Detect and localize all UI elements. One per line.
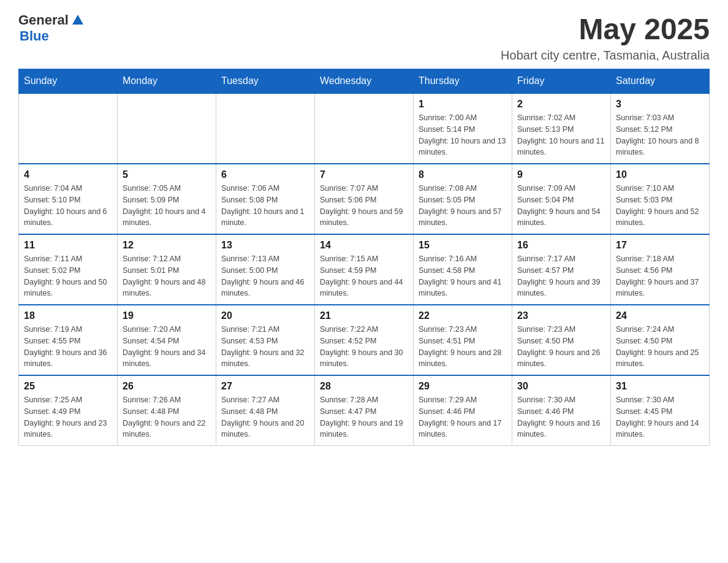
- day-info: Sunrise: 7:04 AMSunset: 5:10 PMDaylight:…: [24, 183, 112, 229]
- day-info: Sunrise: 7:02 AMSunset: 5:13 PMDaylight:…: [517, 112, 605, 158]
- calendar-cell: 26Sunrise: 7:26 AMSunset: 4:48 PMDayligh…: [118, 375, 216, 446]
- day-info: Sunrise: 7:15 AMSunset: 4:59 PMDaylight:…: [320, 253, 408, 299]
- day-info: Sunrise: 7:00 AMSunset: 5:14 PMDaylight:…: [419, 112, 507, 158]
- day-number: 17: [616, 240, 704, 251]
- day-number: 31: [616, 381, 704, 392]
- day-info: Sunrise: 7:22 AMSunset: 4:52 PMDaylight:…: [320, 324, 408, 370]
- day-number: 6: [221, 169, 309, 180]
- day-number: 7: [320, 169, 408, 180]
- day-number: 25: [24, 381, 112, 392]
- day-info: Sunrise: 7:17 AMSunset: 4:57 PMDaylight:…: [517, 253, 605, 299]
- calendar-cell: 15Sunrise: 7:16 AMSunset: 4:58 PMDayligh…: [414, 234, 512, 305]
- page-header: General Blue May 2025 Hobart city centre…: [18, 12, 710, 63]
- day-number: 5: [123, 169, 211, 180]
- calendar-cell: 24Sunrise: 7:24 AMSunset: 4:50 PMDayligh…: [611, 305, 710, 375]
- col-header-tuesday: Tuesday: [216, 69, 315, 94]
- day-number: 1: [419, 99, 507, 110]
- day-info: Sunrise: 7:30 AMSunset: 4:45 PMDaylight:…: [616, 394, 704, 440]
- day-number: 29: [419, 381, 507, 392]
- day-info: Sunrise: 7:30 AMSunset: 4:46 PMDaylight:…: [517, 394, 605, 440]
- day-number: 8: [419, 169, 507, 180]
- day-number: 26: [123, 381, 211, 392]
- day-number: 23: [517, 310, 605, 321]
- calendar-cell: 12Sunrise: 7:12 AMSunset: 5:01 PMDayligh…: [118, 234, 216, 305]
- day-number: 20: [221, 310, 309, 321]
- day-info: Sunrise: 7:24 AMSunset: 4:50 PMDaylight:…: [616, 324, 704, 370]
- logo-triangle-icon: [71, 13, 85, 27]
- day-info: Sunrise: 7:23 AMSunset: 4:51 PMDaylight:…: [419, 324, 507, 370]
- calendar-cell: 27Sunrise: 7:27 AMSunset: 4:48 PMDayligh…: [216, 375, 315, 446]
- day-number: 18: [24, 310, 112, 321]
- day-info: Sunrise: 7:19 AMSunset: 4:55 PMDaylight:…: [24, 324, 112, 370]
- day-number: 22: [419, 310, 507, 321]
- title-section: May 2025 Hobart city centre, Tasmania, A…: [501, 12, 710, 63]
- location-subtitle: Hobart city centre, Tasmania, Australia: [501, 48, 710, 63]
- day-info: Sunrise: 7:11 AMSunset: 5:02 PMDaylight:…: [24, 253, 112, 299]
- day-info: Sunrise: 7:27 AMSunset: 4:48 PMDaylight:…: [221, 394, 309, 440]
- col-header-wednesday: Wednesday: [315, 69, 414, 94]
- calendar-cell: 18Sunrise: 7:19 AMSunset: 4:55 PMDayligh…: [19, 305, 118, 375]
- day-number: 9: [517, 169, 605, 180]
- calendar-cell: 19Sunrise: 7:20 AMSunset: 4:54 PMDayligh…: [118, 305, 216, 375]
- day-number: 14: [320, 240, 408, 251]
- day-number: 13: [221, 240, 309, 251]
- calendar-cell: [19, 93, 118, 164]
- day-info: Sunrise: 7:09 AMSunset: 5:04 PMDaylight:…: [517, 183, 605, 229]
- calendar-cell: 14Sunrise: 7:15 AMSunset: 4:59 PMDayligh…: [315, 234, 414, 305]
- day-info: Sunrise: 7:20 AMSunset: 4:54 PMDaylight:…: [123, 324, 211, 370]
- calendar-cell: 16Sunrise: 7:17 AMSunset: 4:57 PMDayligh…: [512, 234, 611, 305]
- day-number: 15: [419, 240, 507, 251]
- day-info: Sunrise: 7:06 AMSunset: 5:08 PMDaylight:…: [221, 183, 309, 229]
- day-info: Sunrise: 7:10 AMSunset: 5:03 PMDaylight:…: [616, 183, 704, 229]
- day-number: 16: [517, 240, 605, 251]
- day-number: 24: [616, 310, 704, 321]
- calendar-cell: 6Sunrise: 7:06 AMSunset: 5:08 PMDaylight…: [216, 164, 315, 234]
- svg-marker-0: [72, 15, 83, 25]
- calendar-cell: 13Sunrise: 7:13 AMSunset: 5:00 PMDayligh…: [216, 234, 315, 305]
- week-row-5: 25Sunrise: 7:25 AMSunset: 4:49 PMDayligh…: [19, 375, 710, 446]
- week-row-2: 4Sunrise: 7:04 AMSunset: 5:10 PMDaylight…: [19, 164, 710, 234]
- calendar-cell: [315, 93, 414, 164]
- day-number: 30: [517, 381, 605, 392]
- calendar-cell: 1Sunrise: 7:00 AMSunset: 5:14 PMDaylight…: [414, 93, 512, 164]
- calendar-cell: 3Sunrise: 7:03 AMSunset: 5:12 PMDaylight…: [611, 93, 710, 164]
- logo-blue: Blue: [20, 28, 49, 44]
- day-info: Sunrise: 7:16 AMSunset: 4:58 PMDaylight:…: [419, 253, 507, 299]
- day-info: Sunrise: 7:28 AMSunset: 4:47 PMDaylight:…: [320, 394, 408, 440]
- calendar-cell: 7Sunrise: 7:07 AMSunset: 5:06 PMDaylight…: [315, 164, 414, 234]
- calendar-cell: 9Sunrise: 7:09 AMSunset: 5:04 PMDaylight…: [512, 164, 611, 234]
- day-number: 12: [123, 240, 211, 251]
- day-number: 3: [616, 99, 704, 110]
- calendar-cell: 29Sunrise: 7:29 AMSunset: 4:46 PMDayligh…: [414, 375, 512, 446]
- day-info: Sunrise: 7:18 AMSunset: 4:56 PMDaylight:…: [616, 253, 704, 299]
- calendar-cell: 11Sunrise: 7:11 AMSunset: 5:02 PMDayligh…: [19, 234, 118, 305]
- calendar-cell: 20Sunrise: 7:21 AMSunset: 4:53 PMDayligh…: [216, 305, 315, 375]
- day-number: 19: [123, 310, 211, 321]
- day-info: Sunrise: 7:03 AMSunset: 5:12 PMDaylight:…: [616, 112, 704, 158]
- calendar-header-row: SundayMondayTuesdayWednesdayThursdayFrid…: [19, 69, 710, 94]
- day-number: 28: [320, 381, 408, 392]
- day-number: 10: [616, 169, 704, 180]
- col-header-friday: Friday: [512, 69, 611, 94]
- day-number: 4: [24, 169, 112, 180]
- calendar-table: SundayMondayTuesdayWednesdayThursdayFrid…: [18, 69, 710, 446]
- col-header-saturday: Saturday: [611, 69, 710, 94]
- calendar-cell: 31Sunrise: 7:30 AMSunset: 4:45 PMDayligh…: [611, 375, 710, 446]
- calendar-cell: 21Sunrise: 7:22 AMSunset: 4:52 PMDayligh…: [315, 305, 414, 375]
- calendar-cell: [216, 93, 315, 164]
- day-number: 11: [24, 240, 112, 251]
- calendar-cell: 4Sunrise: 7:04 AMSunset: 5:10 PMDaylight…: [19, 164, 118, 234]
- calendar-cell: 2Sunrise: 7:02 AMSunset: 5:13 PMDaylight…: [512, 93, 611, 164]
- day-info: Sunrise: 7:29 AMSunset: 4:46 PMDaylight:…: [419, 394, 507, 440]
- col-header-sunday: Sunday: [19, 69, 118, 94]
- week-row-4: 18Sunrise: 7:19 AMSunset: 4:55 PMDayligh…: [19, 305, 710, 375]
- calendar-cell: 8Sunrise: 7:08 AMSunset: 5:05 PMDaylight…: [414, 164, 512, 234]
- day-info: Sunrise: 7:12 AMSunset: 5:01 PMDaylight:…: [123, 253, 211, 299]
- month-year-title: May 2025: [501, 12, 710, 46]
- day-number: 2: [517, 99, 605, 110]
- day-info: Sunrise: 7:25 AMSunset: 4:49 PMDaylight:…: [24, 394, 112, 440]
- day-info: Sunrise: 7:21 AMSunset: 4:53 PMDaylight:…: [221, 324, 309, 370]
- day-info: Sunrise: 7:08 AMSunset: 5:05 PMDaylight:…: [419, 183, 507, 229]
- day-info: Sunrise: 7:07 AMSunset: 5:06 PMDaylight:…: [320, 183, 408, 229]
- day-info: Sunrise: 7:13 AMSunset: 5:00 PMDaylight:…: [221, 253, 309, 299]
